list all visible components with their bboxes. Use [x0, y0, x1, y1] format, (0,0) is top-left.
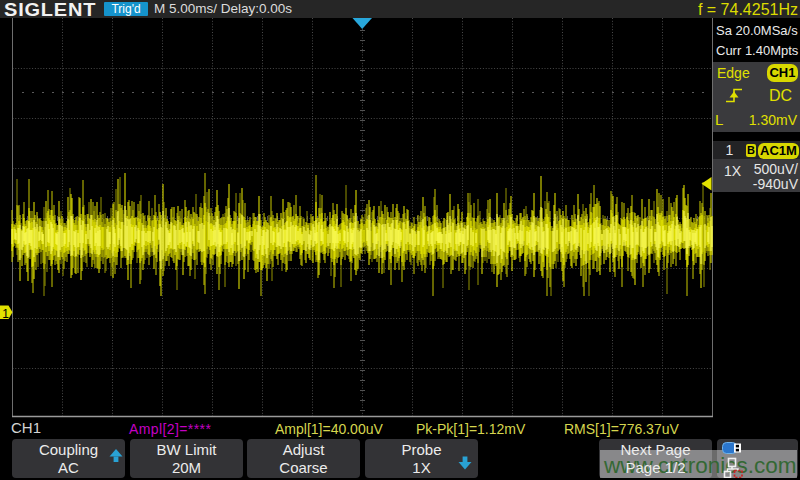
svg-text:1: 1	[2, 307, 9, 321]
